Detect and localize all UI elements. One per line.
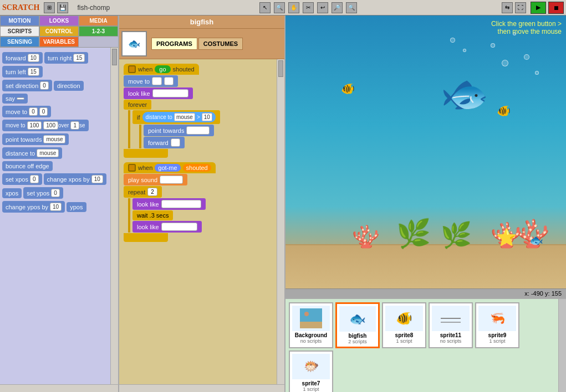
block-set-ypos[interactable]: set ypos 0 [23, 187, 63, 199]
cat-control[interactable]: CONTROL [39, 26, 79, 37]
toolbar-icon-save[interactable]: 💾 [57, 2, 68, 13]
redo-icon[interactable]: 🔎 [332, 2, 343, 13]
block-point-towards[interactable]: point towards mouse [2, 133, 69, 145]
small-fish-2: 🐠 [341, 82, 355, 95]
underwater-scene: 🪸 🌿 🌿 🪸 🪸 ⭐ 🐟 🐟 🐠 🐠 [285, 16, 566, 288]
scripts-scroll-thumb[interactable] [278, 60, 283, 77]
block-move-to-100[interactable]: move to 100 100 over 1 se [2, 120, 89, 131]
stop-button[interactable]: ⏹ [548, 2, 564, 14]
cat-looks[interactable]: LOOKS [39, 16, 79, 26]
scripts-hscroll[interactable] [119, 384, 284, 392]
got-me-pill[interactable]: got-me [155, 164, 180, 172]
bubble-2 [502, 60, 508, 66]
repeat-block[interactable]: repeat 2 [124, 186, 162, 198]
bigfish-sprite: 🐟 [441, 71, 489, 116]
coral-1: 🪸 [352, 224, 380, 250]
block-categories: MOTION LOOKS MEDIA SCRIPTS CONTROL 1-2-3… [0, 16, 118, 48]
block-say[interactable]: say [2, 94, 28, 104]
run-button[interactable]: ▶ [531, 2, 546, 14]
sprite-scripts-sprite11: no scripts [432, 338, 470, 344]
cmd-look-like-closed[interactable]: look like closed-mouth [132, 198, 206, 210]
run-stop-controls: ▶ ⏹ [531, 2, 564, 14]
forever-block[interactable]: forever [124, 100, 151, 110]
stamp-icon[interactable]: ✋ [288, 2, 299, 13]
script-2: when got-me shouted play sound chomp rep… [124, 162, 272, 242]
sprite-card-sprite11[interactable]: sprite11 no scripts [429, 302, 473, 348]
sprite-card-background[interactable]: Background no scripts [289, 302, 333, 348]
stage-container[interactable]: 🪸 🌿 🌿 🪸 🪸 ⭐ 🐟 🐟 🐠 🐠 [285, 16, 566, 288]
cursor-icon[interactable]: ↖ [259, 2, 271, 13]
block-set-direction[interactable]: set direction 0 [2, 80, 52, 91]
undo-icon[interactable]: ↩ [317, 2, 328, 13]
if-body: point towards mouse forward 3 [139, 125, 272, 148]
fullscreen-icon[interactable]: ⛶ [515, 2, 526, 13]
tab-programs[interactable]: PROGRAMS [151, 38, 197, 50]
blocks-scrollbar[interactable] [110, 48, 118, 384]
block-change-ypos[interactable]: change ypos by 10 [2, 201, 65, 213]
sprite-thumb-sprite8: 🐠 [385, 306, 423, 331]
cmd-move-to[interactable]: move to 0 0 [124, 75, 178, 87]
cmd-point-towards[interactable]: point towards mouse [144, 125, 214, 136]
sprite-card-sprite8[interactable]: 🐠 sprite8 1 script [382, 302, 426, 348]
block-direction[interactable]: direction [54, 81, 84, 91]
tab-costumes[interactable]: COSTUMES [198, 38, 243, 50]
sprite-card-bigfish[interactable]: 🐟 bigfish 2 scripts [335, 302, 380, 348]
sprite-thumb-bigfish: 🐟 [339, 306, 376, 332]
block-turn-right[interactable]: turn right 15 [44, 52, 89, 64]
scripts-scrollbar[interactable] [277, 59, 284, 384]
cat-scripts[interactable]: SCRIPTS [0, 26, 39, 37]
share-icon[interactable]: ⇆ [502, 2, 513, 13]
blocks-hscroll[interactable] [0, 384, 118, 392]
block-change-xpos[interactable]: change xpos by 10 [44, 173, 106, 185]
sprite-card-sprite9[interactable]: 🦐 sprite9 1 script [475, 302, 519, 348]
go-pill[interactable]: go [155, 65, 170, 73]
bubble-4 [524, 54, 529, 60]
sprite-scripts-sprite8: 1 script [385, 338, 423, 344]
stage-coords: x: -490 y: 155 [285, 288, 566, 298]
sprite-thumbnail: 🐟 [121, 31, 147, 56]
if-block[interactable]: if distance to mouse > 10 [132, 110, 220, 124]
small-fish-3: 🐠 [497, 104, 511, 117]
cat-123[interactable]: 1-2-3 [79, 26, 118, 37]
toolbar-icon-layout[interactable]: ⊞ [44, 2, 55, 13]
block-turn-left[interactable]: turn left 15 [2, 66, 43, 78]
bubble-7 [463, 49, 466, 52]
block-xpos[interactable]: xpos [2, 188, 22, 198]
titlebar: SCRATCH ⊞ 💾 fish-chomp ↖ 🔍 ✋ ✂ ↩ 🔎 🔍 ⇆ ⛶… [0, 0, 566, 16]
shouted-pill[interactable]: shouted [183, 164, 211, 172]
condition-distance[interactable]: distance to mouse > 10 [142, 112, 216, 122]
cat-sensing[interactable]: SENSING [0, 37, 39, 47]
cmd-look-like-open[interactable]: look like open-mouth [132, 221, 202, 233]
cat-motion[interactable]: MOTION [0, 16, 39, 26]
stage-hint: Click the green button >then move the mo… [491, 20, 562, 35]
when-got-me-shouted[interactable]: when got-me shouted [124, 162, 216, 173]
sprite-scripts-background: no scripts [292, 338, 330, 344]
sprite-name-sprite7: sprite7 [292, 380, 330, 386]
sprites-panel: Background no scripts 🐟 bigfish 2 script… [285, 298, 566, 392]
seaweed-2: 🌿 [441, 220, 472, 250]
block-forward[interactable]: forward 10 [2, 52, 43, 64]
cut-icon[interactable]: ✂ [303, 2, 314, 13]
sprite-name-background: Background [292, 332, 330, 338]
svg-point-2 [304, 312, 309, 316]
cmd-wait[interactable]: wait .3 secs [132, 210, 173, 220]
block-bounce-off-edge[interactable]: bounce off edge [2, 161, 53, 171]
zoom-in-icon[interactable]: 🔍 [274, 2, 285, 13]
block-set-xpos[interactable]: set xpos 0 [2, 173, 42, 185]
cat-variables[interactable]: VARIABLES [39, 37, 79, 47]
cmd-forward-3[interactable]: forward 3 [144, 137, 185, 148]
sprites-scrollbar[interactable] [558, 299, 566, 392]
sprite-scripts-bigfish: 2 scripts [339, 339, 376, 344]
cmd-play-sound[interactable]: play sound chomp [124, 174, 187, 185]
block-ypos[interactable]: ypos [67, 202, 86, 212]
sprite-area: 🐟 PROGRAMS COSTUMES [119, 29, 284, 59]
block-distance-to[interactable]: distance to mouse [2, 147, 62, 159]
blocks-scroll-thumb[interactable] [112, 49, 117, 65]
cmd-look-like-1[interactable]: look like open-mouth [124, 87, 193, 99]
forever-body: if distance to mouse > 10 point towards … [128, 110, 272, 148]
block-move-to-00[interactable]: move to 0 0 [2, 106, 51, 117]
cat-media[interactable]: MEDIA [79, 16, 118, 26]
when-go-shouted[interactable]: when go shouted [124, 64, 199, 75]
sprite-card-sprite7[interactable]: 🐡 sprite7 1 script [289, 350, 333, 392]
zoom-fit-icon[interactable]: 🔍 [346, 2, 357, 13]
